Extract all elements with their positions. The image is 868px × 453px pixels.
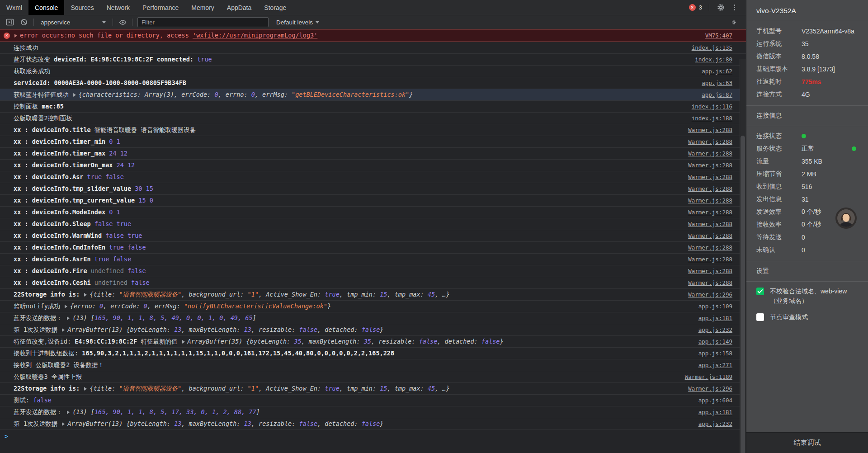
tab-storage[interactable]: Storage [258, 0, 292, 15]
log-text: 蓝牙发送的数据： [14, 314, 66, 321]
source-link[interactable]: app.js:62 [702, 66, 732, 77]
source-link[interactable]: Warmer.js:288 [688, 124, 732, 136]
log-text: ArrayBuffer(35) {byteLength: [188, 338, 294, 345]
error-count-indicator[interactable]: × 3 [689, 4, 702, 11]
source-link[interactable]: Warmer.js:288 [688, 136, 732, 147]
log-text: 获取服务成功 [14, 67, 50, 75]
source-link[interactable]: index.js:188 [692, 113, 732, 124]
source-link[interactable]: Warmer.js:288 [688, 277, 732, 288]
log-text: 13 [244, 420, 251, 427]
filter-input[interactable] [137, 17, 269, 27]
tab-performance[interactable]: Performance [136, 0, 185, 15]
source-link[interactable]: Warmer.js:288 [688, 183, 732, 194]
log-text: false true [94, 220, 131, 227]
checkbox-checked-icon[interactable] [756, 288, 764, 295]
log-text: {title: [90, 291, 119, 298]
console-scrollbar[interactable] [740, 59, 746, 453]
end-debug-button[interactable]: 结束调试 [746, 432, 868, 453]
log-text: true false [109, 244, 146, 251]
log-text: "notifyBLECharacteristicValueChange:ok" [184, 302, 327, 310]
tab-memory[interactable]: Memory [185, 0, 221, 15]
source-link[interactable]: Warmer.js:1189 [685, 371, 732, 382]
source-link[interactable]: app.js:149 [698, 336, 732, 347]
expand-arrow-icon[interactable] [67, 316, 70, 320]
source-link[interactable]: index.js:116 [692, 101, 732, 112]
source-link[interactable]: app.js:232 [698, 418, 732, 429]
source-link[interactable]: Warmer.js:288 [688, 242, 732, 253]
log-text: 24 12 [109, 150, 127, 157]
log-text: } [380, 420, 383, 427]
settings-checkbox-row[interactable]: 不校验合法域名、web-view（业务域名） [746, 282, 868, 307]
settings-gear-icon[interactable] [716, 3, 725, 12]
source-link[interactable]: Warmer.js:288 [688, 265, 732, 277]
log-text: "语音智能取暖器设备" [119, 385, 181, 392]
checkbox-unchecked-icon[interactable] [756, 313, 764, 321]
expand-arrow-icon[interactable] [84, 387, 87, 391]
source-link[interactable]: index.js:80 [695, 54, 732, 65]
log-levels-dropdown[interactable]: Default levels [276, 19, 319, 26]
expand-arrow-icon[interactable] [67, 411, 70, 414]
log-text: } [409, 91, 413, 98]
info-label: 流量 [756, 157, 802, 165]
tab-network[interactable]: Network [100, 0, 136, 15]
expand-arrow-icon[interactable] [14, 34, 17, 38]
tab-sources[interactable]: Sources [64, 0, 100, 15]
console-log-row: xx : deviceInfo.tmp_current_value 15 0Wa… [0, 194, 746, 206]
source-link[interactable]: Warmer.js:288 [688, 218, 732, 230]
expand-arrow-icon[interactable] [182, 340, 185, 344]
expand-arrow-icon[interactable] [62, 422, 65, 426]
tab-appdata[interactable]: AppData [221, 0, 258, 15]
source-link[interactable]: app.js:181 [698, 312, 732, 324]
more-options-icon[interactable] [734, 7, 735, 8]
source-link[interactable]: Warmer.js:288 [688, 254, 732, 265]
log-text: 0 [214, 91, 218, 98]
source-link[interactable]: Warmer.js:296 [688, 289, 732, 300]
expand-arrow-icon[interactable] [73, 93, 76, 97]
context-selector[interactable]: appservice [39, 19, 108, 26]
log-text: , maxByteLength: [181, 326, 244, 333]
source-link[interactable]: Warmer.js:288 [688, 148, 732, 159]
expand-arrow-icon[interactable] [84, 293, 87, 297]
log-text: false [33, 396, 52, 404]
tab-wxml[interactable]: Wxml [0, 0, 28, 15]
console-log-row: serviceId: 0000AE3A-0000-1000-8000-00805… [0, 77, 746, 89]
connection-info-row: 收到信息516 [746, 180, 868, 193]
settings-checkbox-row[interactable]: 节点审查模式 [746, 307, 868, 324]
scrollbar-thumb[interactable] [741, 136, 745, 453]
source-link[interactable]: VM75:407 [705, 30, 732, 41]
source-link[interactable]: Warmer.js:288 [688, 160, 732, 171]
eye-icon[interactable] [118, 18, 127, 27]
source-link[interactable]: app.js:604 [698, 395, 732, 406]
source-link[interactable]: app.js:87 [702, 89, 732, 100]
log-text: false true [105, 232, 142, 239]
source-link[interactable]: Warmer.js:288 [688, 230, 732, 241]
source-link[interactable]: app.js:181 [698, 406, 732, 418]
source-link[interactable]: app.js:232 [698, 324, 732, 335]
source-link[interactable]: app.js:109 [698, 301, 732, 312]
source-link[interactable]: app.js:63 [702, 77, 732, 89]
source-link[interactable]: Warmer.js:288 [688, 207, 732, 218]
expand-arrow-icon[interactable] [62, 328, 65, 332]
log-text: 0 1 [109, 208, 120, 216]
log-text: , resizable: [251, 326, 299, 333]
log-text: 13 [244, 326, 251, 333]
source-link[interactable]: index.js:135 [692, 42, 732, 53]
source-link[interactable]: Warmer.js:288 [688, 171, 732, 183]
clear-console-icon[interactable] [19, 18, 28, 27]
tab-console[interactable]: Console [28, 0, 64, 15]
log-text: undefined [91, 267, 124, 274]
device-info-row: 微信版本8.0.58 [746, 50, 868, 63]
source-link[interactable]: Warmer.js:288 [688, 195, 732, 206]
console-log-row: 获取蓝牙特征值成功 {characteristics: Array(3), er… [0, 89, 746, 100]
source-link[interactable]: app.js:271 [698, 359, 732, 371]
expand-arrow-icon[interactable] [65, 305, 67, 308]
debug-user-avatar[interactable] [835, 208, 857, 229]
console-panel-icon[interactable] [5, 18, 14, 27]
log-text: xx : deviceInfo.timer_max [14, 150, 109, 157]
source-link[interactable]: Warmer.js:296 [688, 383, 732, 394]
console-settings-gear-icon[interactable] [731, 18, 741, 27]
log-text: xx : deviceInfo.Ceshi [14, 279, 94, 286]
console-prompt-row[interactable]: > [0, 429, 746, 442]
source-link[interactable]: app.js:158 [698, 348, 732, 359]
console-log-row: 接收到十进制数组数据: 165,90,3,2,1,1,1,2,1,1,1,1,1… [0, 347, 746, 359]
